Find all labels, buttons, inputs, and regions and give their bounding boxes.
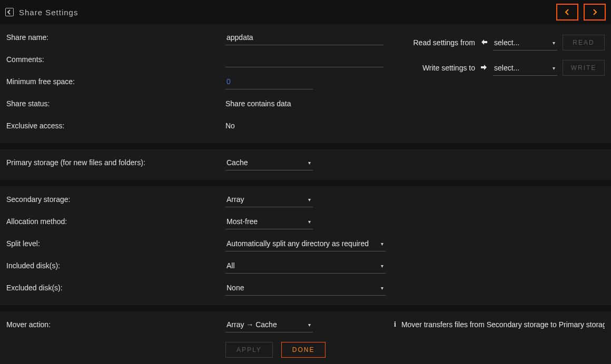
read-settings-select[interactable]: select... xyxy=(493,35,557,50)
section-secondary-storage: Secondary storage: Array Allocation meth… xyxy=(0,180,611,305)
exclusive-label: Exclusive access: xyxy=(6,122,225,130)
next-button[interactable] xyxy=(584,4,606,21)
split-level-select[interactable]: Automatically split any directory as req… xyxy=(225,236,386,251)
primary-storage-select[interactable]: Cache xyxy=(225,155,313,170)
prev-button[interactable] xyxy=(556,4,578,21)
read-button[interactable]: READ xyxy=(563,35,605,50)
share-status-label: Share status: xyxy=(6,99,225,108)
section-mover: Mover action: Array → Cache i Mover tran… xyxy=(0,305,611,364)
allocation-select[interactable]: Most-free xyxy=(225,214,313,229)
comments-label: Comments: xyxy=(6,55,225,64)
arrow-right-icon xyxy=(480,64,488,73)
write-settings-label: Write settings to xyxy=(413,64,476,72)
write-settings-select[interactable]: select... xyxy=(493,60,557,76)
read-write-panel: Read settings from select... READ Write … xyxy=(413,35,605,76)
exclusive-value: No xyxy=(225,122,605,130)
done-button[interactable]: DONE xyxy=(281,342,326,358)
excluded-select[interactable]: None xyxy=(225,280,386,296)
primary-storage-label: Primary storage (for new files and folde… xyxy=(6,158,225,167)
included-select[interactable]: All xyxy=(225,258,386,274)
share-status-value: Share contains data xyxy=(225,99,605,108)
section-general: Read settings from select... READ Write … xyxy=(0,24,611,143)
apply-button[interactable]: APPLY xyxy=(225,342,273,358)
write-button[interactable]: WRITE xyxy=(563,60,605,76)
min-free-label: Minimum free space: xyxy=(6,77,225,86)
mover-select[interactable]: Array → Cache xyxy=(225,317,313,332)
back-icon[interactable] xyxy=(5,8,14,16)
mover-info-text: Mover transfers files from Secondary sto… xyxy=(401,320,605,329)
mover-info: i Mover transfers files from Secondary s… xyxy=(394,320,605,329)
info-icon: i xyxy=(394,320,396,329)
secondary-storage-select[interactable]: Array xyxy=(225,192,313,207)
allocation-label: Allocation method: xyxy=(6,217,225,226)
min-free-input[interactable] xyxy=(225,74,313,89)
share-name-label: Share name: xyxy=(6,33,225,42)
share-name-input[interactable] xyxy=(225,30,383,45)
read-settings-label: Read settings from xyxy=(413,38,476,47)
secondary-storage-label: Secondary storage: xyxy=(6,195,225,204)
included-label: Included disk(s): xyxy=(6,261,225,270)
page-title: Share Settings xyxy=(19,8,78,17)
arrow-left-icon xyxy=(480,38,488,47)
mover-label: Mover action: xyxy=(6,320,225,329)
section-primary-storage: Primary storage (for new files and folde… xyxy=(0,143,611,180)
comments-input[interactable] xyxy=(225,52,383,67)
excluded-label: Excluded disk(s): xyxy=(6,284,225,292)
split-level-label: Split level: xyxy=(6,239,225,248)
page-header: Share Settings xyxy=(0,0,611,24)
